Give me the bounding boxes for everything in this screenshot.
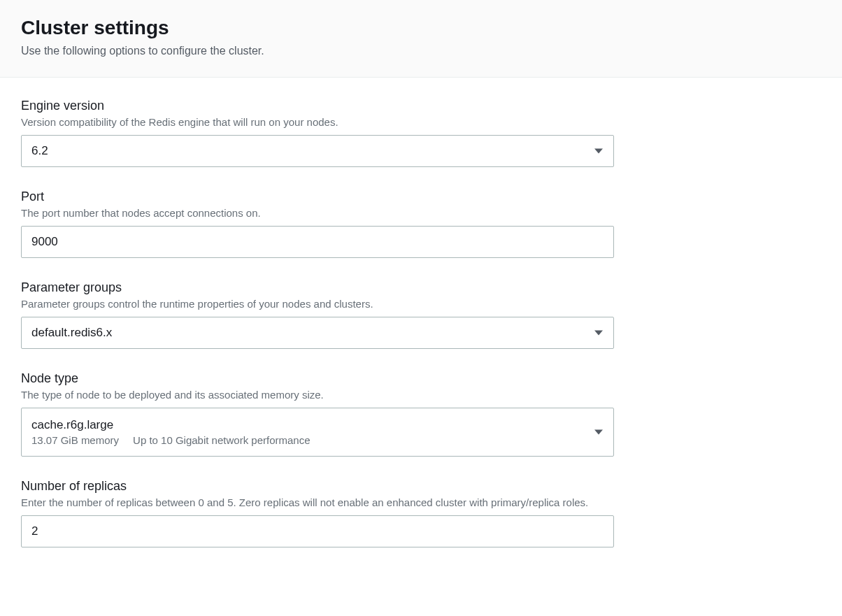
node-type-select-wrapper: cache.r6g.large 13.07 GiB memory Up to 1… (21, 408, 614, 457)
engine-version-field: Engine version Version compatibility of … (21, 99, 821, 167)
node-type-network: Up to 10 Gigabit network performance (133, 434, 310, 446)
node-type-memory: 13.07 GiB memory (31, 434, 119, 446)
cluster-settings-panel: Cluster settings Use the following optio… (0, 0, 842, 575)
node-type-description: The type of node to be deployed and its … (21, 389, 821, 401)
port-input[interactable] (21, 226, 614, 258)
replicas-field: Number of replicas Enter the number of r… (21, 479, 790, 547)
parameter-groups-label: Parameter groups (21, 280, 821, 295)
parameter-groups-description: Parameter groups control the runtime pro… (21, 298, 821, 310)
parameter-groups-value: default.redis6.x (31, 326, 112, 340)
replicas-input[interactable] (21, 515, 614, 547)
node-type-details: 13.07 GiB memory Up to 10 Gigabit networ… (31, 434, 311, 446)
node-type-select[interactable]: cache.r6g.large 13.07 GiB memory Up to 1… (21, 408, 614, 457)
panel-title: Cluster settings (21, 17, 821, 39)
engine-version-label: Engine version (21, 99, 821, 113)
replicas-description: Enter the number of replicas between 0 a… (21, 496, 790, 508)
port-description: The port number that nodes accept connec… (21, 207, 821, 219)
panel-body: Engine version Version compatibility of … (0, 78, 842, 575)
node-type-value: cache.r6g.large (31, 418, 113, 432)
port-field: Port The port number that nodes accept c… (21, 189, 821, 258)
replicas-label: Number of replicas (21, 479, 790, 494)
engine-version-value: 6.2 (31, 144, 48, 158)
port-label: Port (21, 189, 821, 204)
panel-header: Cluster settings Use the following optio… (0, 0, 842, 78)
engine-version-description: Version compatibility of the Redis engin… (21, 116, 821, 128)
engine-version-select-wrapper: 6.2 (21, 135, 614, 167)
node-type-label: Node type (21, 371, 821, 386)
panel-subtitle: Use the following options to configure t… (21, 45, 821, 57)
parameter-groups-select-wrapper: default.redis6.x (21, 317, 614, 349)
parameter-groups-field: Parameter groups Parameter groups contro… (21, 280, 821, 349)
parameter-groups-select[interactable]: default.redis6.x (21, 317, 614, 349)
engine-version-select[interactable]: 6.2 (21, 135, 614, 167)
node-type-field: Node type The type of node to be deploye… (21, 371, 821, 457)
